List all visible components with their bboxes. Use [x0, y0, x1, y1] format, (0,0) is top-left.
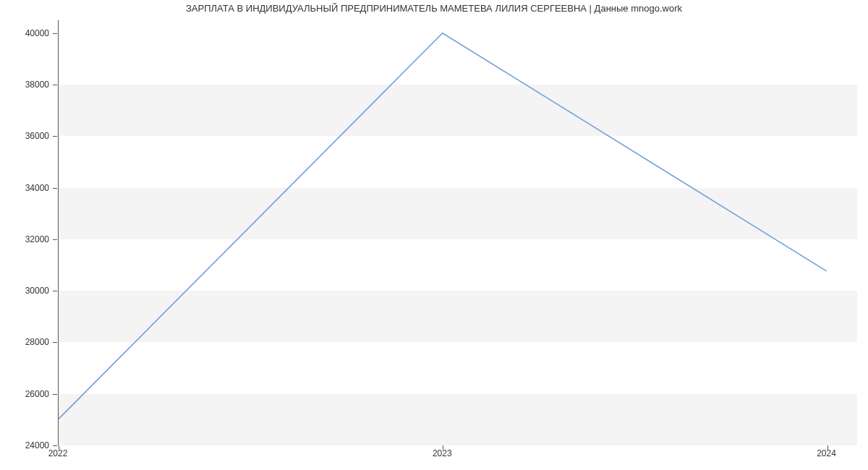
y-tick-label: 26000	[6, 389, 49, 399]
y-tick	[53, 33, 57, 34]
y-tick-label: 28000	[6, 337, 49, 347]
y-tick	[53, 342, 57, 343]
y-tick-label: 38000	[6, 80, 49, 90]
x-tick-label: 2024	[817, 448, 836, 458]
plot-area	[58, 20, 857, 445]
line-series	[59, 20, 857, 445]
chart-container: ЗАРПЛАТА В ИНДИВИДУАЛЬНЫЙ ПРЕДПРИНИМАТЕЛ…	[0, 0, 868, 470]
y-tick	[53, 239, 57, 240]
x-tick-label: 2023	[433, 448, 452, 458]
y-tick	[53, 136, 57, 137]
y-tick	[53, 394, 57, 395]
y-tick-label: 30000	[6, 286, 49, 296]
y-tick-label: 24000	[6, 440, 49, 450]
chart-title: ЗАРПЛАТА В ИНДИВИДУАЛЬНЫЙ ПРЕДПРИНИМАТЕЛ…	[0, 3, 868, 14]
y-tick	[53, 85, 57, 85]
x-tick-label: 2022	[48, 448, 68, 458]
y-tick	[53, 188, 57, 189]
y-tick-label: 40000	[6, 28, 49, 38]
y-tick	[53, 445, 57, 446]
y-tick-label: 36000	[6, 131, 49, 141]
y-tick	[53, 291, 57, 291]
y-tick-label: 34000	[6, 183, 49, 193]
y-tick-label: 32000	[6, 234, 49, 244]
